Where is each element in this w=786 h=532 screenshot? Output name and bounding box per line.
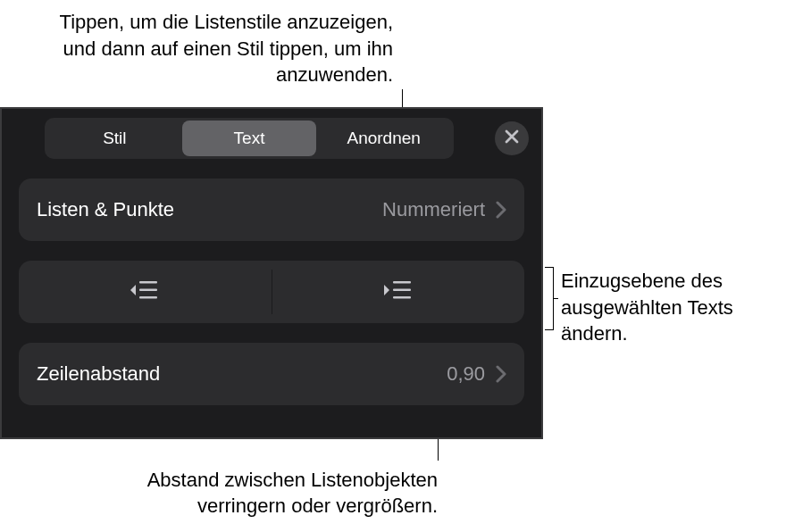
svg-rect-0 [139,281,157,284]
svg-rect-5 [393,296,411,299]
close-button[interactable] [495,121,529,155]
lists-bullets-label: Listen & Punkte [37,198,382,221]
tab-arrange[interactable]: Anordnen [316,121,451,156]
svg-rect-4 [393,289,411,292]
tab-text[interactable]: Text [182,121,317,156]
svg-rect-2 [139,296,157,299]
indent-icon [382,278,414,305]
outdent-icon [129,278,161,305]
panel-body: Listen & Punkte Nummeriert [2,179,541,405]
line-spacing-label: Zeilenabstand [37,362,447,386]
leader-line [553,298,558,299]
lists-bullets-value: Nummeriert [382,198,485,221]
chevron-right-icon [496,201,506,219]
chevron-right-icon [496,365,506,383]
segmented-control: Stil Text Anordnen [45,118,454,159]
svg-rect-1 [139,289,157,292]
outdent-button[interactable] [19,261,272,323]
indent-button[interactable] [272,261,525,323]
callout-line-spacing: Abstand zwischen Listenobjekten verringe… [63,467,438,520]
callout-list-styles: Tippen, um die Listenstile anzuzeigen, u… [36,9,393,88]
svg-rect-3 [393,281,411,284]
close-icon [505,129,519,147]
lists-bullets-row[interactable]: Listen & Punkte Nummeriert [19,179,524,241]
format-panel: Stil Text Anordnen Listen & Punkte Numme… [0,107,543,439]
callout-indent: Einzugsebene des ausgewählten Texts ände… [561,268,780,347]
line-spacing-row[interactable]: Zeilenabstand 0,90 [19,343,524,405]
line-spacing-value: 0,90 [447,362,485,386]
indent-controls [19,261,524,323]
tab-style[interactable]: Stil [47,121,182,156]
tab-bar: Stil Text Anordnen [2,109,541,175]
